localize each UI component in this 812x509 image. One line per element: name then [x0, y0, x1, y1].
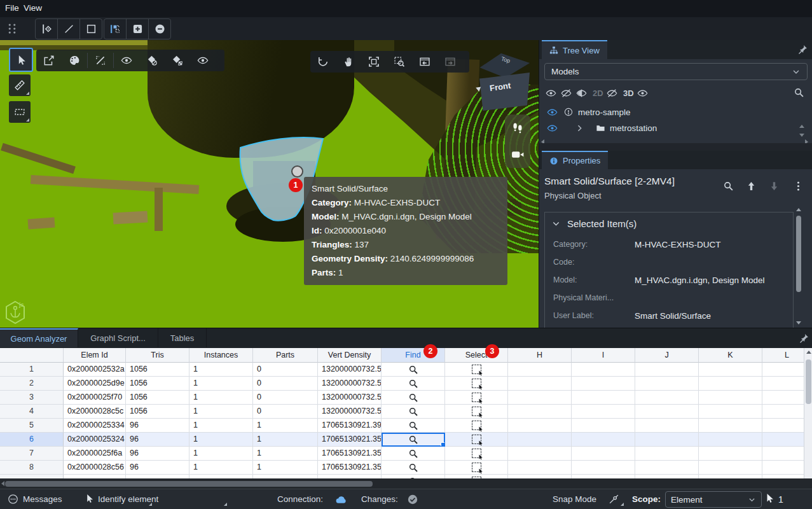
column-header-J[interactable]: J [635, 348, 699, 363]
select-element-button[interactable] [445, 433, 508, 447]
select-by-point-button[interactable] [36, 19, 57, 39]
measure-tool-button[interactable] [9, 74, 31, 96]
view-cube-front-face[interactable] [479, 73, 530, 111]
show-all-button[interactable] [190, 55, 216, 66]
column-header-Tris[interactable]: Tris [126, 348, 189, 363]
select-by-box-button[interactable] [79, 19, 102, 39]
filter-3d-eye-icon[interactable] [637, 88, 648, 99]
pan-view-button[interactable] [336, 56, 361, 67]
column-header-H[interactable]: H [508, 348, 572, 363]
property-row[interactable]: User Label:Smart Solid/Surface [545, 307, 792, 324]
select-element-button[interactable] [445, 447, 508, 461]
check-circle-icon[interactable] [407, 494, 418, 505]
select-by-line-button[interactable] [57, 19, 79, 39]
find-button[interactable] [382, 447, 445, 461]
tree-node-label[interactable]: metro-sample [578, 108, 631, 117]
hide-elements-button[interactable] [139, 55, 165, 66]
viewport-3d[interactable]: 1 Top [0, 40, 539, 328]
visibility-button[interactable] [114, 55, 139, 66]
column-header-rownum[interactable] [0, 348, 64, 363]
node-visibility-eye-icon[interactable] [547, 123, 558, 134]
tab-tables[interactable]: Tables [158, 328, 207, 347]
invert-visibility-button[interactable] [576, 88, 587, 99]
find-button[interactable] [382, 461, 445, 475]
fill-handle[interactable] [441, 442, 445, 447]
tree-search-button[interactable] [794, 87, 804, 98]
selected-items-header[interactable]: Selected Item(s) [545, 213, 793, 234]
share-button[interactable] [36, 55, 62, 66]
tab-graphl-script[interactable]: Graphl Script... [78, 328, 158, 347]
property-row[interactable]: Category:M-HVAC-EXHS-DUCT [545, 235, 792, 253]
find-button[interactable] [382, 363, 445, 377]
column-header-Parts[interactable]: Parts [253, 348, 318, 363]
tab-tree-view[interactable]: Tree View [542, 40, 607, 59]
snap-mode-icon[interactable] [609, 494, 619, 505]
find-button[interactable] [382, 377, 445, 391]
section-tool-button[interactable] [9, 101, 31, 123]
cloud-icon[interactable] [335, 494, 347, 506]
select-element-button[interactable] [445, 461, 508, 475]
scope-select[interactable]: Element [665, 491, 762, 508]
display-styles-button[interactable] [62, 55, 87, 66]
camera-tool-button[interactable] [511, 148, 525, 162]
find-button[interactable] [382, 405, 445, 419]
walk-tool-button[interactable] [511, 121, 525, 135]
rotate-view-button[interactable] [310, 56, 336, 67]
chevron-right-icon[interactable] [575, 123, 584, 133]
find-button[interactable] [382, 433, 445, 447]
hide-all-button[interactable] [561, 88, 572, 99]
view-cube[interactable]: Top Front [478, 53, 530, 113]
more-options-button[interactable] [793, 181, 804, 192]
property-row[interactable]: Code: [545, 253, 792, 271]
column-header-Instances[interactable]: Instances [189, 348, 253, 363]
pin-icon[interactable] [797, 45, 808, 55]
select-element-button[interactable] [445, 377, 508, 391]
select-element-button[interactable] [445, 391, 508, 405]
add-to-selection-button[interactable] [126, 19, 148, 39]
table-row[interactable]: 10x2000002532a105610132000000732.58 [0, 363, 812, 377]
remove-from-selection-button[interactable] [148, 19, 170, 39]
table-row[interactable]: 70x20000025f6a961117065130921.353 [0, 447, 812, 461]
window-next-button[interactable] [437, 56, 463, 67]
table-row[interactable]: 40x20000028c5c105610132000000732.58 [0, 405, 812, 419]
properties-scrollbar[interactable] [795, 213, 802, 325]
find-button[interactable] [382, 391, 445, 405]
active-tool-label[interactable]: Identify element [98, 494, 158, 504]
pin-icon[interactable] [799, 333, 809, 344]
tree-node-metrostation[interactable]: metrostation [539, 120, 657, 136]
tree-node-metro-sample[interactable]: metro-sample [539, 104, 631, 120]
column-header-K[interactable]: K [699, 348, 762, 363]
scroll-up-icon[interactable] [799, 125, 804, 128]
filter-3d-label[interactable]: 3D [623, 88, 634, 98]
table-row[interactable]: 60x20000025324961117065130921.353 [0, 433, 812, 447]
zoom-window-button[interactable] [387, 56, 412, 67]
column-header-Elem Id[interactable]: Elem Id [64, 348, 126, 363]
snap-mode-label[interactable]: Snap Mode [553, 494, 596, 504]
table-row[interactable]: 20x20000025d9e105610132000000732.58 [0, 377, 812, 391]
table-row[interactable]: 80x20000028c56961117065130921.353 [0, 461, 812, 475]
node-visibility-eye-icon[interactable] [547, 107, 558, 118]
drag-handle-icon[interactable] [6, 22, 18, 35]
column-header-Vert Density[interactable]: Vert Density [318, 348, 382, 363]
properties-search-button[interactable] [723, 181, 734, 192]
filter-2d-eye-off-icon[interactable] [607, 88, 617, 99]
menu-view[interactable]: View [24, 3, 42, 13]
property-row[interactable]: Model:M_HVAC.dgn.i.dgn, Design Model [545, 271, 792, 289]
find-button[interactable] [382, 419, 445, 433]
arrow-up-button[interactable] [746, 181, 757, 192]
menu-file[interactable]: File [5, 3, 19, 13]
messages-button[interactable]: Messages [23, 494, 62, 504]
fit-view-button[interactable] [361, 56, 387, 67]
select-element-button[interactable] [445, 419, 508, 433]
arrow-down-button[interactable] [769, 181, 780, 192]
show-all-eye-button[interactable] [546, 88, 556, 99]
tab-geom-analyzer[interactable]: Geom Analyzer [0, 328, 78, 347]
replace-selection-button[interactable] [104, 19, 126, 39]
messages-icon[interactable] [8, 494, 18, 505]
select-element-button[interactable] [445, 363, 508, 377]
tab-properties[interactable]: Properties [542, 151, 608, 169]
table-row[interactable]: 30x20000025f70105610132000000732.58 [0, 391, 812, 405]
select-tool-button[interactable] [9, 48, 33, 72]
table-vert-scrollbar[interactable] [804, 348, 812, 478]
select-element-button[interactable] [445, 405, 508, 419]
